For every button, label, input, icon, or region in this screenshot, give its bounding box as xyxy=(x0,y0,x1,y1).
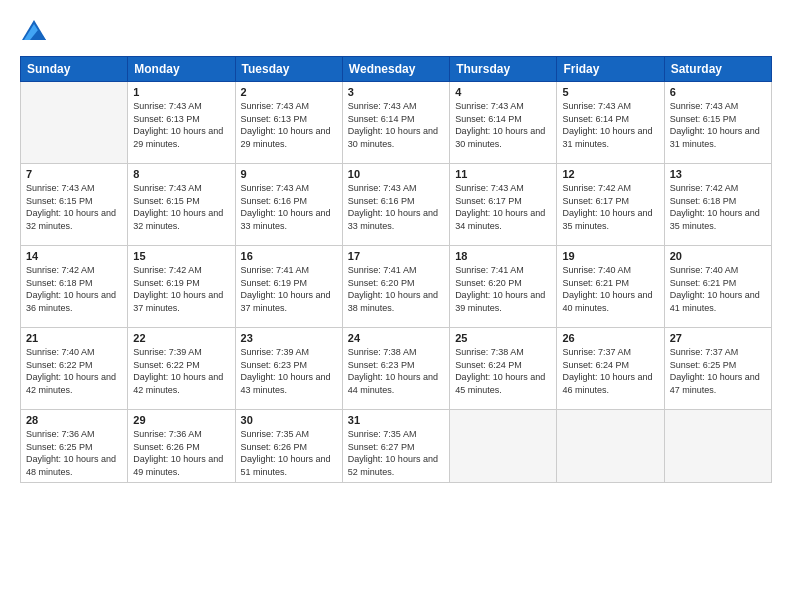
day-number: 16 xyxy=(241,250,337,262)
day-info: Sunrise: 7:43 AMSunset: 6:15 PMDaylight:… xyxy=(670,100,766,150)
day-number: 31 xyxy=(348,414,444,426)
day-number: 8 xyxy=(133,168,229,180)
day-number: 10 xyxy=(348,168,444,180)
weekday-header-tuesday: Tuesday xyxy=(235,57,342,82)
calendar-week-1: 1Sunrise: 7:43 AMSunset: 6:13 PMDaylight… xyxy=(21,82,772,164)
calendar-cell: 30Sunrise: 7:35 AMSunset: 6:26 PMDayligh… xyxy=(235,410,342,483)
day-number: 4 xyxy=(455,86,551,98)
day-info: Sunrise: 7:43 AMSunset: 6:14 PMDaylight:… xyxy=(348,100,444,150)
day-info: Sunrise: 7:43 AMSunset: 6:13 PMDaylight:… xyxy=(241,100,337,150)
day-info: Sunrise: 7:43 AMSunset: 6:15 PMDaylight:… xyxy=(26,182,122,232)
day-number: 25 xyxy=(455,332,551,344)
day-number: 17 xyxy=(348,250,444,262)
calendar-cell: 25Sunrise: 7:38 AMSunset: 6:24 PMDayligh… xyxy=(450,328,557,410)
day-number: 1 xyxy=(133,86,229,98)
day-number: 22 xyxy=(133,332,229,344)
day-info: Sunrise: 7:43 AMSunset: 6:13 PMDaylight:… xyxy=(133,100,229,150)
day-info: Sunrise: 7:42 AMSunset: 6:18 PMDaylight:… xyxy=(26,264,122,314)
day-number: 15 xyxy=(133,250,229,262)
calendar-cell: 14Sunrise: 7:42 AMSunset: 6:18 PMDayligh… xyxy=(21,246,128,328)
day-info: Sunrise: 7:35 AMSunset: 6:26 PMDaylight:… xyxy=(241,428,337,478)
day-number: 18 xyxy=(455,250,551,262)
day-info: Sunrise: 7:37 AMSunset: 6:25 PMDaylight:… xyxy=(670,346,766,396)
day-info: Sunrise: 7:41 AMSunset: 6:19 PMDaylight:… xyxy=(241,264,337,314)
calendar-cell xyxy=(664,410,771,483)
day-info: Sunrise: 7:40 AMSunset: 6:21 PMDaylight:… xyxy=(670,264,766,314)
calendar-cell: 22Sunrise: 7:39 AMSunset: 6:22 PMDayligh… xyxy=(128,328,235,410)
weekday-header-saturday: Saturday xyxy=(664,57,771,82)
calendar-cell: 19Sunrise: 7:40 AMSunset: 6:21 PMDayligh… xyxy=(557,246,664,328)
day-number: 26 xyxy=(562,332,658,344)
calendar-cell: 27Sunrise: 7:37 AMSunset: 6:25 PMDayligh… xyxy=(664,328,771,410)
day-number: 9 xyxy=(241,168,337,180)
day-info: Sunrise: 7:41 AMSunset: 6:20 PMDaylight:… xyxy=(348,264,444,314)
day-info: Sunrise: 7:42 AMSunset: 6:17 PMDaylight:… xyxy=(562,182,658,232)
calendar-cell: 1Sunrise: 7:43 AMSunset: 6:13 PMDaylight… xyxy=(128,82,235,164)
calendar-cell: 21Sunrise: 7:40 AMSunset: 6:22 PMDayligh… xyxy=(21,328,128,410)
day-number: 6 xyxy=(670,86,766,98)
page: SundayMondayTuesdayWednesdayThursdayFrid… xyxy=(0,0,792,612)
calendar-cell: 9Sunrise: 7:43 AMSunset: 6:16 PMDaylight… xyxy=(235,164,342,246)
weekday-header-monday: Monday xyxy=(128,57,235,82)
calendar-cell: 31Sunrise: 7:35 AMSunset: 6:27 PMDayligh… xyxy=(342,410,449,483)
day-info: Sunrise: 7:43 AMSunset: 6:16 PMDaylight:… xyxy=(241,182,337,232)
calendar-cell: 13Sunrise: 7:42 AMSunset: 6:18 PMDayligh… xyxy=(664,164,771,246)
weekday-header-wednesday: Wednesday xyxy=(342,57,449,82)
logo-icon xyxy=(20,18,48,46)
day-info: Sunrise: 7:43 AMSunset: 6:14 PMDaylight:… xyxy=(455,100,551,150)
calendar-cell: 6Sunrise: 7:43 AMSunset: 6:15 PMDaylight… xyxy=(664,82,771,164)
day-info: Sunrise: 7:35 AMSunset: 6:27 PMDaylight:… xyxy=(348,428,444,478)
calendar-week-4: 21Sunrise: 7:40 AMSunset: 6:22 PMDayligh… xyxy=(21,328,772,410)
calendar-table: SundayMondayTuesdayWednesdayThursdayFrid… xyxy=(20,56,772,483)
calendar-week-2: 7Sunrise: 7:43 AMSunset: 6:15 PMDaylight… xyxy=(21,164,772,246)
calendar-cell: 10Sunrise: 7:43 AMSunset: 6:16 PMDayligh… xyxy=(342,164,449,246)
day-number: 12 xyxy=(562,168,658,180)
calendar-cell: 18Sunrise: 7:41 AMSunset: 6:20 PMDayligh… xyxy=(450,246,557,328)
day-number: 23 xyxy=(241,332,337,344)
calendar-cell: 4Sunrise: 7:43 AMSunset: 6:14 PMDaylight… xyxy=(450,82,557,164)
calendar-cell xyxy=(557,410,664,483)
day-number: 21 xyxy=(26,332,122,344)
header xyxy=(20,18,772,46)
day-number: 11 xyxy=(455,168,551,180)
day-info: Sunrise: 7:39 AMSunset: 6:23 PMDaylight:… xyxy=(241,346,337,396)
calendar-cell: 26Sunrise: 7:37 AMSunset: 6:24 PMDayligh… xyxy=(557,328,664,410)
calendar-week-3: 14Sunrise: 7:42 AMSunset: 6:18 PMDayligh… xyxy=(21,246,772,328)
calendar-cell: 28Sunrise: 7:36 AMSunset: 6:25 PMDayligh… xyxy=(21,410,128,483)
calendar-cell: 11Sunrise: 7:43 AMSunset: 6:17 PMDayligh… xyxy=(450,164,557,246)
calendar-cell: 23Sunrise: 7:39 AMSunset: 6:23 PMDayligh… xyxy=(235,328,342,410)
calendar-cell xyxy=(450,410,557,483)
calendar-cell: 3Sunrise: 7:43 AMSunset: 6:14 PMDaylight… xyxy=(342,82,449,164)
day-info: Sunrise: 7:43 AMSunset: 6:17 PMDaylight:… xyxy=(455,182,551,232)
day-info: Sunrise: 7:38 AMSunset: 6:23 PMDaylight:… xyxy=(348,346,444,396)
day-info: Sunrise: 7:39 AMSunset: 6:22 PMDaylight:… xyxy=(133,346,229,396)
day-number: 30 xyxy=(241,414,337,426)
calendar-cell: 7Sunrise: 7:43 AMSunset: 6:15 PMDaylight… xyxy=(21,164,128,246)
calendar-cell: 2Sunrise: 7:43 AMSunset: 6:13 PMDaylight… xyxy=(235,82,342,164)
weekday-header-thursday: Thursday xyxy=(450,57,557,82)
calendar-week-5: 28Sunrise: 7:36 AMSunset: 6:25 PMDayligh… xyxy=(21,410,772,483)
weekday-header-sunday: Sunday xyxy=(21,57,128,82)
day-info: Sunrise: 7:41 AMSunset: 6:20 PMDaylight:… xyxy=(455,264,551,314)
calendar-cell: 29Sunrise: 7:36 AMSunset: 6:26 PMDayligh… xyxy=(128,410,235,483)
day-info: Sunrise: 7:43 AMSunset: 6:16 PMDaylight:… xyxy=(348,182,444,232)
calendar-header-row: SundayMondayTuesdayWednesdayThursdayFrid… xyxy=(21,57,772,82)
day-number: 14 xyxy=(26,250,122,262)
day-number: 19 xyxy=(562,250,658,262)
weekday-header-friday: Friday xyxy=(557,57,664,82)
day-number: 27 xyxy=(670,332,766,344)
day-info: Sunrise: 7:43 AMSunset: 6:15 PMDaylight:… xyxy=(133,182,229,232)
day-number: 20 xyxy=(670,250,766,262)
day-number: 3 xyxy=(348,86,444,98)
calendar-cell: 12Sunrise: 7:42 AMSunset: 6:17 PMDayligh… xyxy=(557,164,664,246)
day-info: Sunrise: 7:36 AMSunset: 6:26 PMDaylight:… xyxy=(133,428,229,478)
day-number: 7 xyxy=(26,168,122,180)
calendar-cell: 24Sunrise: 7:38 AMSunset: 6:23 PMDayligh… xyxy=(342,328,449,410)
day-number: 5 xyxy=(562,86,658,98)
calendar-cell: 16Sunrise: 7:41 AMSunset: 6:19 PMDayligh… xyxy=(235,246,342,328)
day-info: Sunrise: 7:38 AMSunset: 6:24 PMDaylight:… xyxy=(455,346,551,396)
calendar-cell: 15Sunrise: 7:42 AMSunset: 6:19 PMDayligh… xyxy=(128,246,235,328)
day-number: 2 xyxy=(241,86,337,98)
logo xyxy=(20,18,52,46)
day-info: Sunrise: 7:36 AMSunset: 6:25 PMDaylight:… xyxy=(26,428,122,478)
